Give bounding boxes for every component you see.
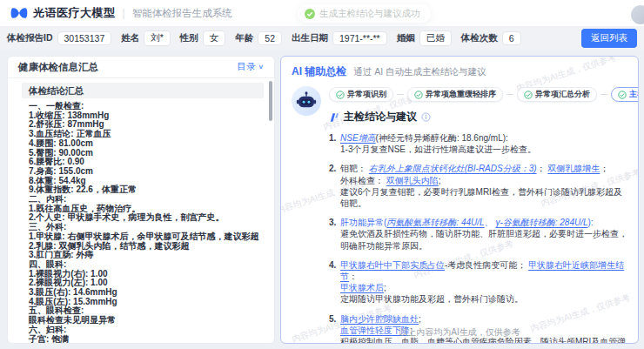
patient-info-bar: 体检报告ID30153137姓名刘*性别女年龄52出生日期1971-**-**婚… [0,26,644,50]
conclusion-item: 3.肝功能异常(丙氨酸氨基转移酶: 44U/L、 γ-谷氨酰转移酶: 284U/… [329,217,627,252]
pipeline-step: 异常项识别 [329,87,393,102]
patient-field: 出生日期1971-**-** [292,31,387,45]
item-advice: 避免饮酒及肝损性药物，随访肝功能、肝脏胆道彩超，必要时进一步检查，明确肝功能异常… [340,228,627,251]
conclusion-line: 子宫: 饱满 [22,335,264,344]
patient-field-label: 婚姻 [397,32,415,44]
finding-link[interactable]: 甲状腺右叶中下部实质占位 [340,260,445,270]
conclusion-heading-text: 主检结论与建议 [344,110,417,124]
patient-fields: 体检报告ID30153137姓名刘*性别女年龄52出生日期1971-**-**婚… [7,30,521,46]
item-text: 、 [485,218,496,227]
user-avatar[interactable] [631,5,644,24]
conclusion-line: 4.腰围: 81.00cm [22,139,264,149]
app-subtitle: 智能体检报告生成系统 [132,7,232,20]
item-line: 外科检查： 双侧乳头内陷; [340,175,627,186]
item-line: 钼靶： 右乳外上象限点状钙化灶(BI-RADS分级：3)； 双侧乳腺增生； [340,163,627,174]
conclusion-lines: 一、一般检查:1.收缩压: 138mmHg2.舒张压: 87mmHg3.血压结论… [22,102,264,344]
finding-link[interactable]: 丙氨酸氨基转移酶: 44U/L [386,218,484,227]
finding-link[interactable]: NSE增高 [340,133,376,143]
finding-link[interactable]: 双侧乳腺增生 [547,164,600,173]
finding-link[interactable]: γ-谷氨酰转移酶: 284U/L [495,218,587,227]
patient-field: 婚姻已婚 [397,30,452,46]
patient-field-value[interactable]: 6 [502,31,521,45]
pipeline-step-label: 主检结论与建议 [629,89,639,100]
item-text: ; [384,283,386,292]
brand-separator: | [123,7,125,19]
right-panel-body: 异常项识别异常项急重缓轻排序异常项汇总分析主检结论与建议 主检结论与建议 1.N… [292,86,627,344]
conclusion-line: 1.甲状腺: 右侧甲状腺术后，余甲状腺可及结节感，建议彩超 [22,232,264,242]
brand-logo-icon [10,7,28,19]
toast-text: 生成主检结论与建议成功 [319,8,420,20]
conclusion-item: 4.甲状腺右叶中下部实质占位-考虑良性病变可能； 甲状腺右叶近峡部增生结节：甲状… [329,259,627,305]
step-connector [506,94,513,95]
main-area: 健康体检信息汇总 目录 ∨ 体检结论汇总 一、一般检查:1.收缩压: 138mm… [0,50,644,349]
pipeline-step: 主检结论与建议 [611,87,639,102]
finding-link[interactable]: 脑内少许腔隙缺血灶 [340,314,419,324]
check-circle-icon [336,91,345,99]
patient-field-label: 姓名 [121,32,139,44]
item-text: (神经元特异烯醇化酶: 18.6ng/mL): [376,133,508,143]
item-text: ； [600,164,608,173]
step-connector [397,94,404,95]
patient-field-label: 出生日期 [292,32,328,44]
patient-field-value[interactable]: 30153137 [57,31,112,45]
patient-field-value[interactable]: 52 [258,31,282,45]
patient-field-label: 体检报告ID [7,32,53,44]
patient-field: 年龄52 [235,31,282,45]
item-line: NSE增高(神经元特异烯醇化酶: 18.6ng/mL): [340,132,627,144]
check-circle-icon [524,91,533,99]
ai-summary-panel: 内容均为AI生成，仅供参考 内容均为AI生成，仅供参考 内容均为AI生成，仅供参… [280,56,639,344]
patient-field-value[interactable]: 刘* [144,30,171,46]
patient-field: 性别女 [180,30,226,46]
item-number: 5. [329,313,336,325]
patient-field-value[interactable]: 女 [203,30,226,46]
item-number: 4. [329,259,336,271]
finding-link[interactable]: 右乳外上象限点状钙化灶(BI-RADS分级：3) [369,164,537,173]
left-panel-content: 体检结论汇总 一、一般检查:1.收缩压: 138mmHg2.舒张压: 87mmH… [8,78,274,344]
item-text: ： [349,272,358,281]
back-to-list-button[interactable]: 返回列表 [581,29,637,48]
patient-field-value[interactable]: 1971-**-** [332,31,387,45]
app-header: 光语医疗大模型 | 智能体检报告生成系统 生成主检结论与建议成功 [0,0,644,26]
conclusion-section-title: 体检结论汇总 [22,83,264,98]
finding-link[interactable]: 甲状腺术后 [340,283,384,292]
conclusion-item: 1.NSE增高(神经元特异烯醇化酶: 18.6ng/mL):1-3个月复查NSE… [329,132,627,155]
item-line: 甲状腺右叶中下部实质占位-考虑良性病变可能； 甲状腺右叶近峡部增生结节： [340,259,627,282]
ai-sparkle-icon [329,112,339,123]
item-line: 肝功能异常(丙氨酸氨基转移酶: 44U/L、 γ-谷氨酰转移酶: 284U/L)… [340,217,627,228]
item-text: 肝功能异常( [340,218,386,227]
item-advice: 建议6个月复查钼靶，必要时行乳腺MRI检查，普外科门诊随访乳腺彩超及钼靶。 [340,186,627,209]
toc-toggle[interactable]: 目录 ∨ [237,61,264,73]
item-text: ; [439,176,441,185]
brand-title: 光语医疗大模型 [33,5,116,21]
conclusion-line: 六、妇科: [22,326,264,335]
patient-field: 体检次数6 [461,31,521,45]
patient-field-value[interactable]: 已婚 [419,30,452,46]
pipeline-step: 异常项急重缓轻排序 [407,87,503,102]
robot-icon [296,91,317,111]
health-summary-panel: 健康体检信息汇总 目录 ∨ 体检结论汇总 一、一般检查:1.收缩压: 138mm… [7,56,275,344]
item-number: 2. [329,163,336,174]
right-panel-title: AI 辅助总检 [292,64,346,79]
toc-label: 目录 [237,61,255,73]
pipeline-step-label: 异常项急重缓轻排序 [426,89,496,100]
pipeline-step-label: 异常项识别 [347,89,386,100]
patient-field-label: 体检次数 [461,32,498,44]
conclusion-items: 1.NSE增高(神经元特异烯醇化酶: 18.6ng/mL):1-3个月复查NSE… [329,132,627,344]
toast-check-icon [305,9,315,19]
item-number: 3. [329,217,336,228]
step-connector [600,94,607,95]
info-icon[interactable] [421,112,431,122]
left-panel-title: 健康体检信息汇总 [18,61,98,74]
ai-result-column: 异常项识别异常项急重缓轻排序异常项汇总分析主检结论与建议 主检结论与建议 1.N… [329,86,627,344]
item-number: 1. [329,132,336,144]
check-circle-icon [414,91,423,99]
finding-link[interactable]: 双侧乳头内陷 [386,176,439,185]
right-panel-subtitle: 通过 AI 自动生成主检结论与建议 [353,66,486,78]
item-advice: 1-3个月复查NSE，如进行性增高建议进一步检查。 [340,144,627,155]
item-line: 甲状腺术后; [340,282,627,293]
item-text: ； [537,164,548,173]
left-panel-scrollbar[interactable] [269,81,272,121]
ai-robot-avatar [292,86,321,116]
patient-field: 体检报告ID30153137 [7,31,111,45]
patient-field: 姓名刘* [121,30,171,46]
